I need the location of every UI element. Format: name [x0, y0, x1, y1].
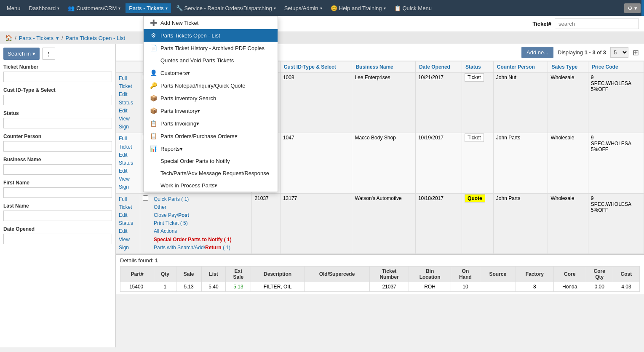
col-status[interactable]: Status: [462, 61, 494, 73]
dd-parts-inventory-search[interactable]: 📦 Parts Inventory Search: [144, 92, 278, 104]
ticket-search-input[interactable]: [555, 19, 639, 29]
breadcrumb: 🏠 / Parts - Tickets ▾ / Parts Tickets Op…: [0, 32, 644, 44]
more-options-button[interactable]: ⋮: [42, 48, 55, 60]
dh-cost: Cost: [613, 266, 639, 282]
ticket-number-input[interactable]: [3, 72, 112, 82]
row1-date-opened: 10/21/2017: [415, 73, 462, 133]
last-name-input[interactable]: [3, 211, 112, 221]
details-panel: Details found: 1 Part# Qty Sale List Ext…: [116, 254, 644, 294]
first-name-input[interactable]: [3, 187, 112, 198]
d-partnum: 15400-: [120, 282, 154, 291]
dd-customers[interactable]: 👤 Customers▾: [144, 67, 278, 79]
nav-service[interactable]: 🔧 Service - Repair Orders/Dispatching ▾: [173, 3, 279, 13]
all-actions-3[interactable]: All Actions: [154, 227, 249, 235]
edit-link-1[interactable]: Edit: [119, 91, 137, 99]
status-input[interactable]: [3, 118, 112, 128]
other-3[interactable]: Other: [154, 203, 249, 211]
sign-link-3[interactable]: Sign: [119, 244, 137, 252]
edit-link-2[interactable]: Edit: [119, 151, 137, 159]
status-link-2[interactable]: Status: [119, 159, 137, 167]
search-in-button[interactable]: Search in ▾: [3, 48, 40, 60]
per-page-select[interactable]: 5 10 25 50: [610, 47, 628, 58]
col-business-name[interactable]: Business Name: [352, 61, 415, 73]
edit-link-3[interactable]: Edit: [119, 211, 137, 219]
d-core: Honda: [553, 282, 586, 291]
dd-special-order[interactable]: Special Order Parts to Notify: [144, 155, 278, 167]
menu-item[interactable]: Menu: [3, 3, 24, 13]
dd-parts-invoicing[interactable]: 📋 Parts Invoicing▾: [144, 117, 278, 130]
dd-work-in-process[interactable]: Work in Process Parts▾: [144, 179, 278, 192]
d-bin: ROH: [409, 282, 451, 291]
search-in-arrow: ▾: [32, 51, 35, 57]
business-name-input[interactable]: [3, 164, 112, 175]
nav-quick-menu[interactable]: 📋 Quick Menu: [391, 3, 435, 13]
dd-quotes-void[interactable]: Quotes and Void Parts Tickets: [144, 54, 278, 67]
cust-id-input[interactable]: [3, 95, 112, 105]
d-ticket: 21037: [370, 282, 409, 291]
nav-customers-crm[interactable]: 👥 Customers/CRM ▾: [64, 3, 124, 13]
row3-price-code: 9SPEC.WHOLESA5%OFF: [588, 193, 644, 253]
view-link-3[interactable]: View: [119, 236, 137, 244]
gear-button[interactable]: ⚙ ▾: [624, 3, 641, 13]
dh-list: List: [201, 266, 226, 282]
view-link-2[interactable]: View: [119, 175, 137, 183]
full-link-3[interactable]: Full: [119, 195, 137, 203]
last-name-group: Last Name: [3, 203, 112, 221]
col-date-opened[interactable]: Date Opened: [415, 61, 462, 73]
quick-parts-3[interactable]: Quick Parts ( 1): [154, 195, 249, 203]
print-ticket-3[interactable]: Print Ticket ( 5): [154, 219, 249, 227]
row3-check[interactable]: [143, 195, 148, 201]
dd-tech-parts[interactable]: Tech/Parts/Adv Message Request/Response: [144, 167, 278, 179]
dd-parts-orders[interactable]: 📋 Parts Orders/Purchase Orders▾: [144, 130, 278, 142]
dd-parts-notepad[interactable]: 🔑 Parts Notepad/Inquiry/Quick Quote: [144, 79, 278, 92]
nav-dashboard[interactable]: Dashboard ▾: [26, 3, 63, 13]
edit2-link-3[interactable]: Edit: [119, 227, 137, 235]
details-found-count: 1: [155, 257, 158, 264]
col-counter-person[interactable]: Counter Person: [493, 61, 548, 73]
dd-parts-tickets-open[interactable]: ⚙ Parts Tickets Open - List: [144, 29, 278, 42]
row3-date-opened: 10/18/2017: [415, 193, 462, 253]
col-sales-type[interactable]: Sales Type: [548, 61, 588, 73]
dd-parts-inventory[interactable]: 📦 Parts Inventory▾: [144, 104, 278, 117]
dd-reports[interactable]: 📊 Reports▾: [144, 142, 278, 155]
add-new-button[interactable]: Add ne...: [521, 47, 553, 58]
breadcrumb-parts-tickets[interactable]: Parts - Tickets: [19, 35, 53, 41]
ticket-link-2[interactable]: Ticket: [119, 143, 137, 151]
details-found-label: Details found:: [120, 257, 154, 264]
special-order-3[interactable]: Special Order Parts to Notify ( 1): [154, 236, 249, 244]
dd-parts-ticket-history[interactable]: 📄 Parts Ticket History - Archived PDF Co…: [144, 42, 278, 54]
col-price-code[interactable]: Price Code: [588, 61, 644, 73]
full-link-1[interactable]: Full: [119, 75, 137, 83]
last-name-label: Last Name: [3, 203, 112, 209]
service-arrow: ▾: [274, 6, 276, 11]
edit2-link-2[interactable]: Edit: [119, 167, 137, 175]
business-name-label: Business Name: [3, 157, 112, 163]
full-link-2[interactable]: Full: [119, 135, 137, 143]
parts-search-3[interactable]: Parts with Search/Add/Return ( 1): [154, 244, 249, 252]
ticket-link-1[interactable]: Ticket: [119, 83, 137, 91]
nav-parts-tickets[interactable]: Parts - Tickets ▾: [126, 3, 171, 13]
edit2-link-1[interactable]: Edit: [119, 107, 137, 115]
dd-add-new-ticket[interactable]: ➕ Add New Ticket: [144, 16, 278, 29]
counter-person-input[interactable]: [3, 141, 112, 152]
dh-sale: Sale: [176, 266, 201, 282]
history-icon: 📄: [150, 45, 157, 51]
cust-id-group: Cust ID-Type & Select: [3, 87, 112, 105]
nav-setups[interactable]: Setups/Admin ▾: [281, 3, 326, 13]
close-pay-3[interactable]: Close Pay/Post: [154, 211, 249, 219]
nav-help[interactable]: 😊 Help and Training ▾: [327, 3, 389, 13]
top-nav: Menu Dashboard ▾ 👥 Customers/CRM ▾ Parts…: [0, 0, 644, 16]
row2-left-links: Full Ticket Edit Status Edit View Sign: [116, 133, 140, 193]
status-link-1[interactable]: Status: [119, 99, 137, 107]
date-opened-input[interactable]: [3, 234, 112, 244]
grid-view-icon[interactable]: ⊞: [633, 48, 639, 57]
ticket-link-3[interactable]: Ticket: [119, 203, 137, 211]
dd-inv-search-label: Parts Inventory Search: [160, 95, 216, 101]
sign-link-2[interactable]: Sign: [119, 183, 137, 191]
d-cost: 4.03: [613, 282, 639, 291]
view-link-1[interactable]: View: [119, 115, 137, 123]
col-cust-id[interactable]: Cust ID-Type & Select: [280, 61, 352, 73]
sign-link-1[interactable]: Sign: [119, 123, 137, 131]
home-icon[interactable]: 🏠: [5, 35, 12, 41]
status-link-3[interactable]: Status: [119, 219, 137, 227]
